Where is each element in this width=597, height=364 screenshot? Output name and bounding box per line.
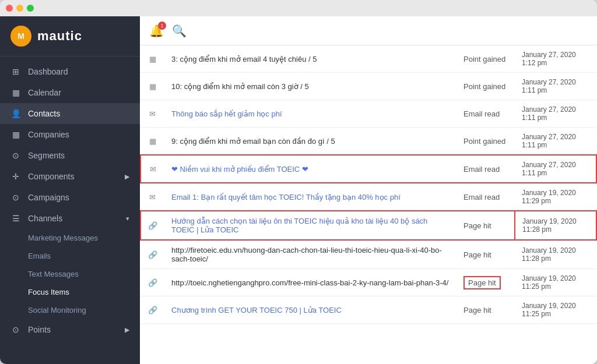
table-row: ▦3: cộng điểm khi mở email 4 tuyệt chiêu… xyxy=(141,45,596,73)
sidebar-item-label: Channels xyxy=(28,214,62,223)
sidebar-item-dashboard[interactable]: ⊞ Dashboard xyxy=(0,61,140,82)
row-text[interactable]: Email 1: Bạn rất quyết tâm học TOEIC! Th… xyxy=(164,183,456,211)
row-text: http://toeic.nghetienganghpro.com/free-m… xyxy=(164,269,456,296)
components-icon: ✛ xyxy=(10,172,21,181)
row-type: Page hit xyxy=(456,296,515,324)
sidebar-item-components[interactable]: ✛ Components ▶ xyxy=(0,166,140,187)
sidebar: M mautic ⊞ Dashboard ▦ Calendar 👤 xyxy=(0,16,140,364)
row-date: January 19, 202011:28 pm xyxy=(515,240,596,269)
row-date: January 19, 202011:28 pm xyxy=(515,211,596,240)
search-button[interactable]: 🔍 xyxy=(172,24,187,38)
row-icon: 🔗 xyxy=(141,240,164,269)
points-icon: ⊙ xyxy=(10,325,21,334)
row-text[interactable]: Hướng dẫn cách chọn tài liệu ôn thi TOEI… xyxy=(164,211,456,240)
row-icon: ✉ xyxy=(141,100,164,128)
row-type: Email read xyxy=(456,100,515,128)
titlebar xyxy=(0,0,597,16)
row-text[interactable]: ❤ Niềm vui khi mở phiếu điểm TOEIC ❤ xyxy=(164,155,456,183)
row-icon: ▦ xyxy=(141,45,164,73)
row-date: January 27, 20201:12 pm xyxy=(515,45,596,73)
sidebar-item-emails[interactable]: Emails xyxy=(0,247,140,265)
sidebar-item-label: Campaigns xyxy=(28,193,69,202)
row-date: January 27, 20201:11 pm xyxy=(515,100,596,128)
sidebar-nav: ⊞ Dashboard ▦ Calendar 👤 Contacts ▦ Comp… xyxy=(0,56,140,364)
activity-table: ▦3: cộng điểm khi mở email 4 tuyệt chiêu… xyxy=(140,45,597,364)
chevron-right-icon: ▶ xyxy=(125,173,129,181)
row-date: January 19, 202011:25 pm xyxy=(515,296,596,324)
row-type: Page hit xyxy=(456,269,515,296)
sidebar-item-companies[interactable]: ▦ Companies xyxy=(0,124,140,145)
table-row: ✉Thông báo sắp hết giảm học phíEmail rea… xyxy=(141,100,596,128)
chevron-down-icon: ▾ xyxy=(126,215,129,222)
table-row: ✉❤ Niềm vui khi mở phiếu điểm TOEIC ❤Ema… xyxy=(141,155,596,183)
row-icon: ✉ xyxy=(141,155,164,183)
close-button[interactable] xyxy=(6,5,13,12)
table-row: 🔗http://firetoeic.edu.vn/huong-dan-cach-… xyxy=(141,240,596,269)
sidebar-item-marketing-messages[interactable]: Marketing Messages xyxy=(0,229,140,247)
row-type: Email read xyxy=(456,183,515,211)
row-icon: ✉ xyxy=(141,183,164,211)
companies-icon: ▦ xyxy=(10,130,21,139)
table-row: 🔗Hướng dẫn cách chọn tài liệu ôn thi TOE… xyxy=(141,211,596,240)
row-icon: ▦ xyxy=(141,73,164,100)
dashboard-icon: ⊞ xyxy=(10,67,21,76)
row-text[interactable]: Thông báo sắp hết giảm học phí xyxy=(164,100,456,128)
row-text: http://firetoeic.edu.vn/huong-dan-cach-c… xyxy=(164,240,456,269)
sidebar-item-label: Companies xyxy=(28,130,69,139)
row-type: Point gained xyxy=(456,45,515,73)
sidebar-item-label: Contacts xyxy=(28,109,60,118)
app-window: M mautic ⊞ Dashboard ▦ Calendar 👤 xyxy=(0,0,597,364)
sidebar-item-segments[interactable]: ⊙ Segments xyxy=(0,145,140,166)
sidebar-logo: M mautic xyxy=(0,16,140,56)
row-icon: 🔗 xyxy=(141,269,164,296)
table-row: ▦10: cộng điểm khi mở email còn 3 giờ / … xyxy=(141,73,596,100)
sidebar-item-contacts[interactable]: 👤 Contacts xyxy=(0,103,140,124)
row-icon: ▦ xyxy=(141,128,164,156)
row-text: 10: cộng điểm khi mở email còn 3 giờ / 5 xyxy=(164,73,456,100)
notification-badge: 1 xyxy=(158,22,166,30)
calendar-icon: ▦ xyxy=(10,88,21,97)
notification-bell-button[interactable]: 🔔 1 xyxy=(149,24,164,38)
campaigns-icon: ⊙ xyxy=(10,193,21,202)
sidebar-item-text-messages[interactable]: Text Messages xyxy=(0,265,140,283)
row-type: Point gained xyxy=(456,128,515,156)
row-text: 3: cộng điểm khi mở email 4 tuyệt chiêu … xyxy=(164,45,456,73)
row-text: 9: cộng điểm khi mở email bạn còn đần đo… xyxy=(164,128,456,156)
row-date: January 27, 20201:11 pm xyxy=(515,73,596,100)
row-date: January 19, 202011:25 pm xyxy=(515,269,596,296)
logo-text: mautic xyxy=(37,29,82,44)
sidebar-item-points[interactable]: ⊙ Points ▶ xyxy=(0,319,140,340)
segments-icon: ⊙ xyxy=(10,151,21,160)
row-text[interactable]: Chương trình GET YOUR TOEIC 750 | Lửa TO… xyxy=(164,296,456,324)
app-body: M mautic ⊞ Dashboard ▦ Calendar 👤 xyxy=(0,16,597,364)
row-type: Page hit xyxy=(456,211,515,240)
sidebar-item-label: Dashboard xyxy=(28,67,68,76)
chevron-right-icon: ▶ xyxy=(125,326,129,334)
sidebar-item-focus-items[interactable]: Focus Items xyxy=(0,283,140,301)
table-row: 🔗Chương trình GET YOUR TOEIC 750 | Lửa T… xyxy=(141,296,596,324)
sidebar-item-label: Points xyxy=(28,325,51,334)
table-row: 🔗http://toeic.nghetienganghpro.com/free-… xyxy=(141,269,596,296)
row-date: January 19, 202011:29 pm xyxy=(515,183,596,211)
table-row: ✉Email 1: Bạn rất quyết tâm học TOEIC! T… xyxy=(141,183,596,211)
table-row: ▦9: cộng điểm khi mở email bạn còn đần đ… xyxy=(141,128,596,156)
row-icon: 🔗 xyxy=(141,211,164,240)
channels-icon: ☰ xyxy=(10,214,21,223)
sidebar-item-social-monitoring[interactable]: Social Monitoring xyxy=(0,301,140,319)
svg-text:M: M xyxy=(17,31,24,41)
row-icon: 🔗 xyxy=(141,296,164,324)
main-content: 🔔 1 🔍 ▦3: cộng điểm khi mở email 4 tuyệt… xyxy=(140,16,597,364)
sidebar-item-label: Calendar xyxy=(28,88,61,97)
row-date: January 27, 20201:11 pm xyxy=(515,155,596,183)
topbar: 🔔 1 🔍 xyxy=(140,16,597,45)
maximize-button[interactable] xyxy=(27,5,34,12)
row-type: Email read xyxy=(456,155,515,183)
sidebar-item-label: Segments xyxy=(28,151,65,160)
sidebar-item-calendar[interactable]: ▦ Calendar xyxy=(0,82,140,103)
row-type: Point gained xyxy=(456,73,515,100)
sidebar-item-campaigns[interactable]: ⊙ Campaigns xyxy=(0,187,140,208)
contacts-icon: 👤 xyxy=(10,109,21,118)
sidebar-item-channels[interactable]: ☰ Channels ▾ xyxy=(0,208,140,229)
minimize-button[interactable] xyxy=(16,5,23,12)
sidebar-item-label: Components xyxy=(28,172,74,181)
